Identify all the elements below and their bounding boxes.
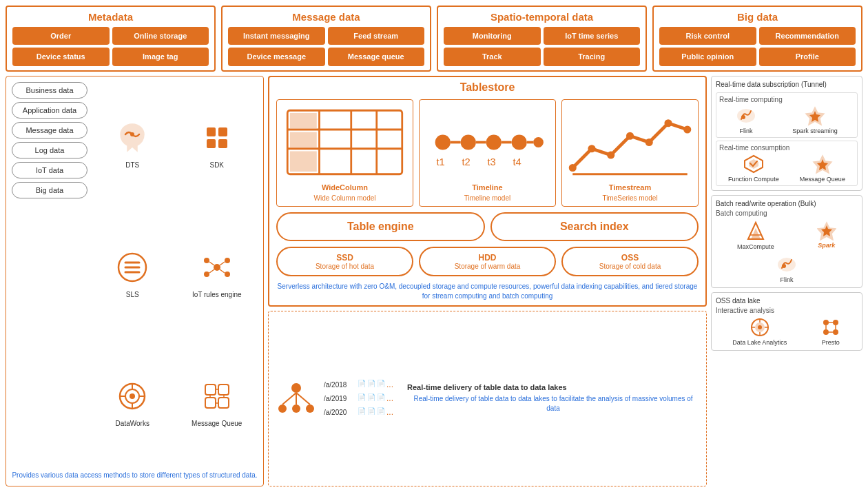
svg-point-60 — [664, 119, 672, 127]
svg-point-93 — [833, 329, 838, 335]
presto-label: Presto — [822, 339, 840, 346]
metadata-btn-3[interactable]: Image tag — [112, 48, 209, 65]
spatio-btn-1[interactable]: IoT time series — [544, 27, 641, 45]
function-compute-icon — [743, 154, 764, 174]
datalake-visual: /a/2018 📄 📄 📄 ... /a/2019 📄 — [276, 374, 393, 422]
interactive-tools: Data Lake Analytics — [716, 317, 858, 346]
bigdata-btn-1[interactable]: Recommendation — [759, 27, 856, 45]
ts-storage-row: SSD Storage of hot data HDD Storage of w… — [276, 247, 699, 276]
file-icon: 📄 — [358, 407, 366, 417]
message-btn-2[interactable]: Device message — [228, 48, 325, 65]
ts-engines-row: Table engine Search index — [276, 212, 699, 241]
icons-col: DTS SDK — [92, 82, 258, 467]
metadata-box: Metadata Order Online storage Device sta… — [6, 6, 216, 72]
iot-icon-item: IoT rules engine — [176, 211, 258, 337]
dts-icon-item: DTS — [92, 82, 174, 208]
message-btn-0[interactable]: Instant messaging — [228, 27, 325, 45]
message-buttons: Instant messaging Feed stream Device mes… — [228, 27, 424, 66]
message-btn-1[interactable]: Feed stream — [328, 27, 425, 45]
flink-icon — [736, 105, 756, 126]
left-inner: Business data Application data Message d… — [12, 82, 258, 467]
svg-point-0 — [130, 132, 134, 136]
presto-tool: Presto — [820, 317, 841, 346]
timestream-model: Timestream TimeSeries model — [561, 99, 699, 207]
metadata-btn-0[interactable]: Order — [12, 27, 110, 45]
bigdata-btn-0[interactable]: Risk control — [659, 27, 756, 45]
message-title: Message data — [228, 11, 424, 23]
spatio-btn-0[interactable]: Monitoring — [444, 27, 541, 45]
svg-rect-40 — [290, 132, 317, 147]
oss-sub: Storage of cold data — [568, 263, 692, 270]
realtime-subscription-section: Real-time data subscription (Tunnel) Rea… — [711, 76, 862, 191]
metadata-title: Metadata — [12, 11, 209, 23]
oss-storage: OSS Storage of cold data — [561, 247, 699, 276]
svg-line-15 — [220, 262, 225, 265]
message-btn-3[interactable]: Message queue — [328, 48, 425, 65]
svg-text:t2: t2 — [462, 156, 471, 167]
file-icon: 📄 — [377, 407, 385, 417]
svg-point-58 — [626, 132, 634, 139]
svg-rect-26 — [218, 385, 229, 395]
svg-point-66 — [306, 404, 314, 413]
tablestore-box: Tablestore — [268, 76, 707, 307]
svg-point-81 — [778, 258, 796, 271]
svg-point-70 — [737, 109, 755, 123]
svg-rect-25 — [205, 385, 216, 395]
datalake-path-2: /a/2020 📄 📄 📄 ... — [324, 407, 393, 417]
datalake-paths: /a/2018 📄 📄 📄 ... /a/2019 📄 — [324, 380, 393, 417]
file-icon: 📄 — [367, 380, 375, 389]
svg-rect-4 — [218, 139, 227, 148]
dts-icon — [115, 121, 149, 160]
sls-icon — [115, 250, 149, 289]
datalake-path-1: /a/2019 📄 📄 📄 ... — [324, 393, 393, 403]
svg-rect-28 — [218, 398, 229, 408]
timeline-sub: Timeline model — [464, 194, 510, 202]
batch-top-tools: MaxCompute Spark — [716, 220, 858, 250]
flink-label: Flink — [740, 127, 753, 134]
data-type-1: Application data — [12, 102, 87, 119]
svg-point-10 — [204, 258, 209, 263]
svg-point-43 — [461, 134, 476, 150]
presto-icon — [820, 317, 841, 338]
spark-batch-label: Spark — [818, 242, 835, 249]
spark-batch-icon — [817, 221, 836, 240]
spark-batch-tool: Spark — [817, 221, 836, 249]
sls-icon-item: SLS — [92, 211, 174, 337]
hdd-title: HDD — [425, 253, 550, 263]
spark-streaming-icon — [805, 105, 825, 126]
spark-streaming-label: Spark streaming — [792, 127, 838, 134]
message-box: Message data Instant messaging Feed stre… — [221, 6, 431, 72]
function-compute-label: Function Compute — [728, 176, 779, 183]
bigdata-btn-2[interactable]: Public opinion — [659, 48, 756, 65]
maxcompute-tool: MaxCompute — [737, 220, 774, 250]
file-icon: 📄 — [377, 380, 385, 389]
data-type-5: Big data — [12, 182, 87, 198]
bigdata-btn-3[interactable]: Profile — [759, 48, 856, 65]
svg-point-56 — [588, 145, 595, 152]
realtime-computing-section: Real-time computing Flink — [716, 92, 858, 138]
svg-line-17 — [220, 269, 225, 273]
datalake-text: Real-time delivery of table data to data… — [407, 383, 699, 413]
svg-point-71 — [741, 115, 745, 119]
realtime-computing-title: Real-time computing — [719, 96, 854, 103]
svg-point-85 — [758, 325, 762, 329]
spatio-btn-2[interactable]: Track — [444, 48, 541, 65]
iot-icon — [200, 250, 234, 289]
data-type-0: Business data — [12, 82, 87, 99]
dataworks-label: DataWorks — [116, 420, 149, 427]
iot-label: IoT rules engine — [192, 291, 242, 298]
metadata-buttons: Order Online storage Device status Image… — [12, 27, 209, 66]
svg-point-42 — [435, 134, 451, 150]
metadata-btn-1[interactable]: Online storage — [112, 27, 209, 45]
svg-point-91 — [833, 320, 838, 325]
svg-point-44 — [486, 134, 502, 150]
timeline-name: Timeline — [472, 183, 502, 192]
maxcompute-icon — [745, 220, 767, 242]
svg-point-92 — [823, 329, 829, 335]
spatio-btn-3[interactable]: Tracing — [544, 48, 641, 65]
ssd-sub: Storage of hot data — [282, 263, 407, 270]
svg-point-61 — [683, 125, 691, 133]
file-icons-2: 📄 📄 📄 ... — [358, 407, 393, 417]
metadata-btn-2[interactable]: Device status — [12, 48, 110, 65]
mq-tool: Message Queue — [800, 154, 845, 183]
